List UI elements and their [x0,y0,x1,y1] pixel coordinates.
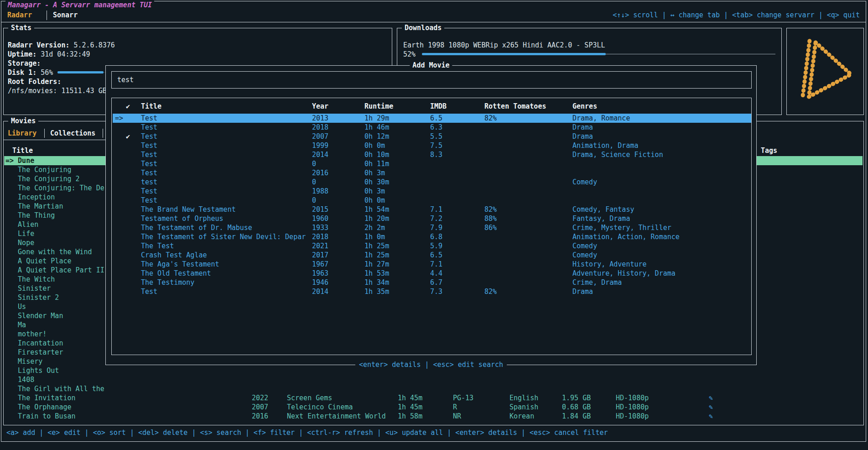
movie-list-item[interactable]: The Conjuring [5,165,104,174]
movie-quality: HD-1080p [616,393,649,403]
add-movie-result-row[interactable]: The Brand New Testament20151h 54m7.182%C… [113,205,751,214]
movie-list-item[interactable]: Sinister 2 [5,293,104,302]
add-movie-result-row[interactable]: Test20160h 3m [113,168,751,178]
add-movie-result-row[interactable]: ✔Test20070h 12m5.5Drama [113,132,751,141]
managarr-logo-icon [791,35,859,108]
movie-year: 2016 [252,412,268,421]
movie-list-item[interactable]: Nope [5,238,104,247]
movie-list-item[interactable]: Us [5,302,104,311]
header-keybinds: <↑↓> scroll | ↔ change tab | <tab> chang… [613,10,860,20]
add-movie-result-row[interactable]: The Old Testament19631h 53m4.4Adventure,… [113,269,751,278]
movie-list-item[interactable]: Misery [5,357,104,366]
add-movie-result-row[interactable]: The Test20211h 25m5.9Comedy [113,241,751,251]
movie-list-item[interactable]: Sinister [5,284,104,293]
movie-studio: Screen Gems [287,393,332,403]
movie-list-item[interactable]: The Thing [5,211,104,220]
add-movie-result-row[interactable]: test00h 30mComedy [113,178,751,187]
result-title: Testament of Orpheus [141,214,223,223]
add-movie-result-row[interactable]: =>Test20131h 29m6.582%Drama, Romance [113,114,751,123]
downloads-panel-title: Downloads [402,23,444,32]
result-imdb: 5.5 [430,132,442,141]
result-year: 0 [312,159,316,168]
movie-list-item[interactable]: Life [5,229,104,238]
movie-list-item[interactable]: => Dune [5,156,104,165]
edit-pencil-icon: ✎ [709,393,713,403]
tab-separator [47,10,47,20]
result-title: Test [141,287,157,296]
result-imdb: 7.2 [430,214,442,223]
movie-language: Korean [509,412,534,421]
add-movie-result-row[interactable]: Test00h 11m [113,159,751,168]
add-movie-result-row[interactable]: The Testament of Dr. Mabuse19332h 2m7.98… [113,223,751,232]
edit-pencil-icon: ✎ [709,403,713,412]
result-title: Test [141,159,157,168]
movie-quality: HD-1080p [616,412,649,421]
results-column-header: Year [312,102,328,111]
result-runtime: 0h 30m [364,178,389,187]
tab-library[interactable]: Library [8,129,36,138]
result-genres: Drama, Romance [572,114,630,123]
add-movie-result-row[interactable]: Testament of Orpheus19601h 20m7.288%Fant… [113,214,751,223]
managarr-app: Managarr - A Servarr management TUI Rada… [0,0,868,450]
movie-list-item[interactable]: A Quiet Place Part II [5,266,104,275]
add-movie-result-row[interactable]: Test20181h 46m6.3Drama [113,123,751,132]
tab-sonarr[interactable]: Sonarr [53,10,78,20]
movie-list-item[interactable]: Slender Man [5,311,104,320]
movie-list-item[interactable]: Firestarter [5,348,104,357]
add-movie-result-row[interactable]: Test19880h 3m [113,187,751,196]
result-title: Test [141,132,157,141]
result-genres: Adventure, History, Drama [572,269,676,278]
result-title: Test [141,141,157,150]
result-imdb: 6.8 [430,232,442,241]
result-year: 2014 [312,150,328,159]
add-movie-result-row[interactable]: Test20140h 10m8.3Drama, Science Fiction [113,150,751,159]
movie-list-item[interactable]: Ma [5,320,104,330]
result-year: 2007 [312,132,328,141]
movie-list-item[interactable]: A Quiet Place [5,256,104,266]
result-genres: Fantasy, Drama [572,214,630,223]
add-movie-result-row[interactable]: The Testament of Sister New Devil: Depar… [113,232,751,241]
add-movie-result-row[interactable]: Test19990h 0m7.5Animation, Drama [113,141,751,150]
result-runtime: 0h 3m [364,168,385,178]
add-movie-result-row[interactable]: Crash Test Aglae20171h 25m6.5Comedy [113,251,751,260]
add-movie-result-row[interactable]: The Aga's Testament19671h 27m7.1History,… [113,260,751,269]
movie-runtime: 1h 45m [398,403,422,412]
add-movie-result-row[interactable]: Test00h 0m [113,196,751,205]
movie-list-item[interactable]: Lights Out [5,366,104,375]
tab-collections[interactable]: Collections [50,129,95,138]
library-table-row[interactable]: 2016Next Entertainment World1h 58mNRKore… [4,412,861,421]
movie-list-item[interactable]: The Conjuring: The De [5,183,104,193]
result-genres: History, Adventure [572,260,647,269]
movie-list-item[interactable]: The Martian [5,202,104,211]
library-table-row[interactable]: 2007Telecinco Cinema1h 45mRSpanish0.68 G… [4,403,861,412]
result-imdb: 7.9 [430,223,442,232]
tab-radarr[interactable]: Radarr [7,10,32,20]
add-movie-result-row[interactable]: The Testimony19461h 34m6.7Crime, Drama [113,278,751,287]
add-movie-footer: <enter> details | <esc> edit search [106,360,756,369]
root-folder-path: /nfs/movies: 11511.43 GB [8,86,115,95]
result-year: 2014 [312,287,328,296]
movie-list: => Dune The Conjuring The Conjuring 2 Th… [5,156,104,421]
movie-year: 2022 [252,393,268,403]
add-movie-search-input[interactable]: test [111,71,752,89]
result-imdb: 6.5 [430,114,442,123]
add-movie-table-header: ✔TitleYearRuntimeIMDBRotten TomatoesGenr… [112,102,751,111]
download-progress-bar [422,53,775,55]
movie-list-item[interactable]: The Girl with All the [5,384,104,393]
movie-list-item[interactable]: The Conjuring 2 [5,174,104,183]
movie-list-item[interactable]: The Witch [5,275,104,284]
movie-list-item[interactable]: Incantation [5,339,104,348]
result-runtime: 1h 25m [364,241,389,251]
result-imdb: 6.5 [430,251,442,260]
movie-year: 2007 [252,403,268,412]
result-imdb: 6.7 [430,278,442,287]
library-table-row[interactable]: 2022Screen Gems1h 45mPG-13English1.95 GB… [4,393,861,403]
add-movie-result-row[interactable]: Test20141h 35m7.382%Drama [113,287,751,296]
result-genres: Comedy, Fantasy [572,205,634,214]
result-runtime: 1h 0m [364,232,385,241]
movie-list-item[interactable]: 1408 [5,375,104,384]
movie-list-item[interactable]: Alien [5,220,104,229]
movie-list-item[interactable]: mother! [5,330,104,339]
movie-list-item[interactable]: Gone with the Wind [5,247,104,256]
movie-list-item[interactable]: Inception [5,193,104,202]
